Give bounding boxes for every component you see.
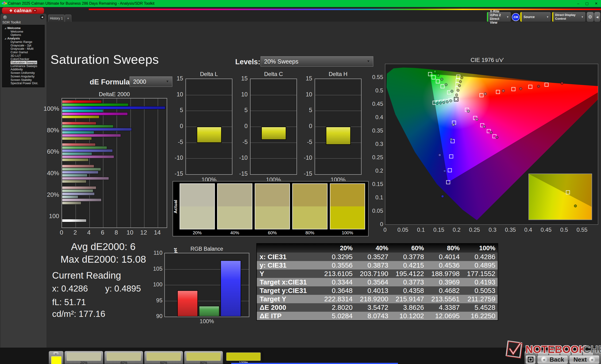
sidebar-collapse-button[interactable]: ◀	[40, 15, 44, 19]
bar-magenta	[62, 177, 109, 180]
table-cell: 0.3773	[391, 278, 426, 286]
sidebar-record-icon[interactable]	[3, 15, 7, 19]
delta_c-bar	[261, 127, 286, 140]
bar-green	[62, 168, 101, 171]
source-status-stripe	[520, 12, 522, 22]
cie-diagram	[385, 64, 598, 225]
rgb-bar-blue	[220, 260, 241, 317]
tree-expander-icon[interactable]: ◢	[4, 37, 6, 40]
settings-button[interactable]: ⚙	[586, 12, 594, 22]
table-cell: 195.4122	[391, 270, 426, 278]
table-cell: 2.8020	[319, 304, 355, 311]
levels-value: 20% Sweeps	[261, 58, 298, 65]
sidebar-item-grayscale-multi[interactable]: Grayscale - Multi	[2, 47, 44, 51]
deltae-x-tick: 12	[139, 229, 148, 236]
calman-menu-button[interactable]: ❖ calman ▼	[2, 7, 44, 14]
table-row: y: CIE310.35560.38730.42150.45360.4895	[257, 261, 498, 269]
table-cell: 177.1552	[462, 270, 498, 278]
minimize-icon[interactable]: –	[577, 1, 579, 6]
meter-dropdown[interactable]: X-Rite i1Pro 2Direct View ▼	[487, 12, 511, 22]
bar-red	[62, 186, 96, 189]
sidebar-item-spectral-power-dist-[interactable]: Spectral Power Dist.	[2, 82, 44, 85]
table-cell: 222.8314	[319, 295, 355, 303]
table-row: ΔE 20002.80203.54723.86264.33875.4528	[257, 303, 498, 312]
table-cell: 0.4215	[391, 261, 426, 269]
sidebar-item-welcome[interactable]: ◢Welcome	[2, 27, 44, 30]
patch-tile-20%[interactable]: 20%	[64, 351, 103, 364]
levels-dropdown[interactable]: 20% Sweeps ▼	[260, 56, 373, 67]
chevron-down-icon: ▼	[366, 59, 370, 64]
sidebar-item-colorchecker[interactable]: ColorChecker	[2, 57, 44, 61]
sidebar-item-analysis[interactable]: ◢Analysis	[2, 37, 44, 40]
sidebar-item-label: Welcome	[7, 26, 21, 30]
measured-marker-magenta	[490, 131, 492, 134]
table-row-label: Target y:CIE31	[257, 287, 319, 295]
white-point-measured-marker	[455, 98, 458, 101]
sidebar-item-luminance-sweeps[interactable]: Luminance Sweeps	[2, 65, 44, 68]
bar-red	[62, 143, 96, 146]
deltae-x-tick: 8	[111, 229, 121, 236]
delta_c-y-tick: -5	[235, 139, 248, 145]
back-button[interactable]: « Back	[537, 355, 568, 364]
de-formula-dropdown[interactable]: 2000 ▼	[130, 77, 172, 87]
sidebar-item-screen-uniformity[interactable]: Screen Uniformity	[2, 71, 44, 75]
patch-tile-40%[interactable]: 40%	[104, 351, 143, 364]
next-button[interactable]: Next »	[569, 355, 600, 364]
swatch-column-label: 80%	[292, 230, 328, 235]
deltae-x-tick: 0	[57, 229, 66, 236]
delta_l-y-tick: -5	[171, 139, 183, 145]
sidebar-item-saturation-sweeps[interactable]: Saturation Sweeps	[2, 61, 44, 65]
patch-tile-100%[interactable]: 100%	[224, 351, 263, 364]
sidebar-item-dynamic-range[interactable]: Dynamic Range	[2, 40, 44, 44]
maximize-icon[interactable]: ▢	[585, 1, 589, 6]
gridline	[158, 98, 158, 228]
table-header-row: 20%40%60%80%100%	[257, 244, 498, 253]
table-cell: 0.3873	[355, 261, 391, 269]
cie-x-tick: 0.2	[450, 227, 464, 233]
delta_c-y-tick: -15	[235, 170, 248, 177]
patch-tile-60%[interactable]: 60%	[144, 351, 183, 364]
delta_h-y-tick: 0	[300, 123, 312, 129]
table-cell: 10.1202	[391, 312, 426, 320]
delta_l-y-tick: 15	[171, 75, 183, 82]
scroll-indicator[interactable]	[231, 363, 398, 364]
panel-collapse-button[interactable]: ◀	[594, 12, 601, 22]
sidebar-item-additivity[interactable]: Additivity	[2, 68, 44, 71]
current-patch-tile[interactable]: ▲	[49, 351, 64, 364]
sidebar-item-label: Welcome	[10, 30, 23, 33]
tab-add-button[interactable]: +	[65, 15, 71, 22]
cie-x-tick: 0.55	[575, 227, 589, 233]
arrow-up-icon[interactable]: ▲	[53, 352, 59, 355]
swatch-column-80%	[292, 183, 328, 229]
sidebar-item-welcome[interactable]: Welcome	[2, 30, 44, 34]
tree-expander-icon[interactable]: ◢	[4, 27, 6, 30]
gridline	[250, 158, 297, 159]
table-row-label: Target Y	[257, 295, 319, 303]
sidebar-item-grayscale-2pt[interactable]: Grayscale - 2pt	[2, 44, 44, 47]
table-row-label: Y	[257, 270, 319, 278]
actual-swatch	[218, 184, 252, 206]
sidebar-item-color-gamut[interactable]: Color Gamut	[2, 51, 44, 54]
sidebar-item-screen-stability[interactable]: Screen Stability	[2, 78, 44, 82]
bar-red	[62, 219, 86, 222]
close-icon[interactable]: ✕	[595, 1, 598, 6]
sidebar-item-3d-lut[interactable]: 3D LUT	[2, 54, 44, 58]
display-control-dropdown[interactable]: Direct Display Control ▼	[552, 12, 586, 22]
patch-label: 60%	[144, 361, 183, 364]
measured-marker-cyan	[442, 101, 445, 104]
sidebar-item-label: Analysis	[7, 37, 20, 40]
rgb-balance-chart	[164, 253, 249, 317]
sidebar-item-options[interactable]: Options	[2, 33, 44, 37]
sidebar-item-screen-angularity[interactable]: Screen Angularity	[2, 75, 44, 78]
actual-swatch	[293, 184, 327, 206]
patch-tile-80%[interactable]: 80%	[184, 351, 223, 364]
target-marker-green	[436, 79, 440, 84]
stop-button[interactable]	[525, 355, 536, 364]
cie-y-tick: 0.45	[370, 101, 383, 107]
source-dropdown[interactable]: Source ▼	[520, 12, 551, 22]
sidebar-item-label: Dynamic Range	[10, 40, 32, 44]
bar-blue	[62, 149, 113, 152]
deltae-group-label: 20%	[42, 191, 59, 198]
tab-history-1[interactable]: History 1	[48, 15, 65, 22]
sidebar-item-label: Grayscale - Multi	[10, 47, 34, 50]
